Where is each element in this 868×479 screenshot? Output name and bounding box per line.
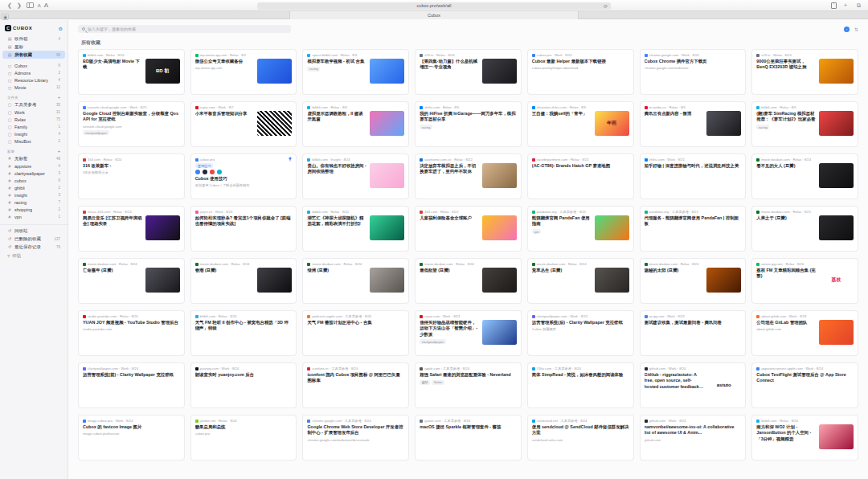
bookmark-card[interactable]: yuanjoy.com · Work · 8/24朗读室实时 yuanjoy.c…	[190, 362, 297, 408]
sidebar-folder-2[interactable]: ▢Relax75	[2, 116, 65, 123]
bookmark-card[interactable]: wj.qq.com · Work · 8/23测试建议收集，测试最新问卷 - 腾…	[640, 310, 747, 356]
bookmark-card[interactable]: apple.com · 工具类参考 · 8/24超强 Safari 最速的浏览器…	[415, 362, 522, 408]
sidebar-tag-4[interactable]: #ghibli2	[2, 184, 65, 191]
bookmark-card[interactable]: bilibili.com · Relax · 8/24天气 FM 轻听 II 创…	[190, 310, 297, 356]
bookmark-card[interactable]: juejin.cn · Work · 8/23如何轻松实现秒杀? 看完这1个项目…	[190, 206, 297, 252]
sidebar-tag-2[interactable]: #claritywallpaper3	[2, 170, 65, 177]
platform-icon[interactable]	[217, 170, 222, 174]
bookmark-card[interactable]: autohome.com.cn · Relax · 8/22决定放弃车模拟器之后…	[415, 154, 522, 199]
card-tag[interactable]: claritywallpaper	[420, 339, 446, 344]
platform-icon[interactable]	[203, 170, 207, 174]
bookmark-card[interactable]: 163.com · Relax · 8/24316 改装新车 -3年改装数据分享	[78, 154, 185, 199]
bookmark-card[interactable]: movie.douban.com · Relax · 8/24荒草丛生 (豆瓣)	[527, 258, 634, 304]
tab-cubox[interactable]: Cubox	[289, 11, 579, 19]
bookmark-card[interactable]: bilibili.com · Relax · 8/22湖艺汇《神探大侦探随机》精…	[302, 206, 409, 252]
sidebar-tag-3[interactable]: #cubox6	[2, 177, 65, 184]
bookmark-card[interactable]: studio.youtube.com · Relax · 8/24YUAN JO…	[78, 310, 185, 356]
bookmark-card[interactable]: v23.tv · Relax · 8/24【第四集·动力篇】什么是机械增压一·专…	[415, 49, 522, 95]
sidebar-folder-1[interactable]: ▢Work31	[2, 108, 65, 116]
sidebar-group-3[interactable]: ◻Movie12	[2, 84, 65, 91]
bookmark-card[interactable]: movie.douban.com · Relax · 8/24看不见的女人 (豆…	[751, 154, 858, 199]
bookmark-card[interactable]: space.bilibili.com · Relax · 8/3模拟赛车教学视频…	[302, 49, 409, 95]
bookmark-card[interactable]: jandan.net · Relax · 8/24糖果总局和总统cubox.pr…	[190, 415, 297, 461]
bookmark-card[interactable]: bilibili.com · Insight · 8/24贵山。你有钱也不好收拾…	[302, 154, 409, 199]
platform-icon[interactable]	[195, 170, 200, 174]
sidebar-tag-0[interactable]: #无标签48	[2, 154, 65, 162]
bookmark-card[interactable]: movie.douban.com · Relax · 8/24绿洲 (豆瓣)	[302, 258, 409, 304]
sidebar-folder-4[interactable]: ▢Insight4	[2, 130, 65, 137]
card-tag[interactable]: 越狱	[420, 380, 430, 385]
window-overlay-icon[interactable]: ▣	[2, 14, 9, 20]
address-bar[interactable]: cubox.pro/web/all ⟳	[257, 2, 611, 10]
bookmark-card[interactable]: movie.douban.com · Relax · 8/24亡命嘉年 (豆瓣)	[78, 258, 185, 304]
tab-overview-icon[interactable]: ⧉	[854, 2, 863, 9]
bookmark-card[interactable]: m.weibo.cn · Relax · 8/5腾讯云有点新内容 - 微博	[640, 101, 747, 147]
bookmark-card[interactable]: cubox.pro · Work · 8/24Cubox 最新 Helper 最…	[527, 49, 634, 95]
card-tag[interactable]: vpn	[532, 229, 541, 234]
sidebar-group-2[interactable]: ◻Resource Library4	[2, 76, 65, 84]
search-input[interactable]: 输入关键字，搜索你的收藏	[78, 25, 291, 33]
sidebar-folder-0[interactable]: ▢工具类参考35	[2, 100, 65, 108]
sidebar-folder-3[interactable]: ▢Family1	[2, 123, 65, 130]
bookmark-card[interactable]: movie.douban.com · Relax · 8/21人美之于 (豆瓣)	[751, 206, 858, 252]
new-tab-icon[interactable]: +	[841, 2, 850, 8]
sync-button[interactable]: ↑	[844, 27, 850, 32]
settings-gear-icon[interactable]: ⚙	[59, 26, 63, 31]
bookmark-card[interactable]: 74hu.com · 工具类参考 · 8/24简体 SimpRead - 简悦，…	[527, 362, 634, 408]
bookmark-card[interactable]: zhihu.com · Work · 8/21知乎好物 | 深度连接物与时代，述…	[640, 154, 747, 199]
card-tag[interactable]: Safari	[432, 380, 444, 385]
bookmark-card[interactable]: guake.com · 工具类参考 · 8/24macOS 捷径 Sparkle…	[415, 415, 522, 461]
bookmark-card[interactable]: github.com · Work · 8/24GitHub - riggraz…	[640, 362, 747, 408]
forward-icon[interactable]: ❯	[14, 2, 24, 9]
text-size-large-icon[interactable]: A	[44, 2, 48, 9]
add-folder-icon[interactable]: +	[58, 95, 60, 100]
bookmark-card[interactable]: zhihu.com · Relax · 8/5我的 HiFive 折腾 InGa…	[415, 101, 522, 147]
card-tag[interactable]: racing	[307, 67, 320, 72]
card-tag[interactable]: racing	[420, 125, 432, 129]
bookmark-card[interactable]: bilibili.com · Relax · 8/5(翻)赛车 SimRacin…	[751, 101, 858, 147]
card-tag[interactable]: claritywallpaper	[83, 130, 109, 135]
sidebar-tag-5[interactable]: #insight3	[2, 191, 65, 199]
sidebar-bottom-2[interactable]: ↺最近保存记录76	[2, 243, 65, 251]
bookmark-card[interactable]: sspai.com · Work · 8/23值得买好物品战绩智能硬件，运动下方…	[415, 310, 522, 356]
sidebar-tag-7[interactable]: #shopping2	[2, 206, 65, 213]
back-icon[interactable]: ❮	[5, 2, 14, 9]
bookmark-card[interactable]: about.gitlab.com · Work · 8/23公司现在 GitLa…	[751, 310, 858, 356]
bookmark-card[interactable]: movie.douban.com · Relax · 8/24隐秘的太阳 (豆瓣…	[640, 258, 747, 304]
bookmark-card[interactable]: chrome.google.com · Work · 8/24Cubox Chr…	[640, 49, 747, 95]
sort-icon[interactable]: ⇅	[854, 27, 858, 32]
sidebar-tag-8[interactable]: #vpn1	[2, 213, 65, 220]
bookmark-card[interactable]: weixin.qq.com · Relax · 8/24荔枝 FM 文章精彩回顾…	[751, 258, 858, 304]
text-size-small-icon[interactable]: A	[38, 3, 41, 8]
bookmark-card[interactable]: movie.douban.com · Relax · 8/24春潮 (豆瓣)	[190, 258, 297, 304]
bookmark-card[interactable]: bilibili.com · Relax · 8/24南方和深 WO2 计划 -…	[751, 415, 858, 461]
share-icon[interactable]	[831, 2, 837, 9]
bookmark-card[interactable]: iconfont.cn · 工具类参考 · 8/24iconfont 国内 Cu…	[302, 362, 409, 408]
sidebar-folder-5[interactable]: ▢MiscBox2	[2, 137, 65, 145]
bookmark-card[interactable]: pandafan.org · 工具类参考 · 8/21代理服务 - 熊猫翻滚官网…	[640, 206, 747, 252]
reload-icon[interactable]: ⟳	[604, 3, 608, 9]
bookmark-card[interactable]: console.cloud.google.com · Work · 8/21Go…	[78, 101, 185, 147]
sidebar-tag-6[interactable]: #racing7	[2, 199, 65, 206]
bookmark-card[interactable]: racedepartment.com · Relax · 8/21(AC-GT8…	[527, 154, 634, 199]
card-tag[interactable]: racing	[756, 125, 769, 129]
bookmark-card[interactable]: music.163.com · Relax · 8/24网易云音乐 [江苏卫视跨…	[78, 206, 185, 252]
sidebar-bottom-0[interactable]: ↺回收站	[2, 227, 65, 235]
help-item[interactable]: ? 帮助	[0, 251, 68, 259]
add-tag-icon[interactable]: +	[58, 149, 60, 154]
sidebar-item-0[interactable]: ▤收件箱4	[2, 35, 65, 43]
sidebar-toggle-icon[interactable]	[27, 2, 34, 8]
platform-icon[interactable]	[210, 170, 215, 174]
bookmark-card[interactable]: chrome.google.com · 工具类参考 · 8/24Google C…	[302, 415, 409, 461]
sidebar-item-1[interactable]: ▤星标	[2, 43, 65, 51]
bookmark-card[interactable]: github.com · Work · 8/24namvonbei/awesom…	[640, 415, 747, 461]
sidebar-tag-1[interactable]: #appstore4	[2, 162, 65, 170]
sidebar-item-2[interactable]: ▤所有收藏98	[2, 51, 65, 59]
bookmark-card[interactable]: claritywallpaper.com · Work · 8/24运营管理系统…	[78, 362, 185, 408]
bookmark-card[interactable]: pandafan.org · 工具类参考 · 8/21熊猫翻滚官网 PandaF…	[527, 206, 634, 252]
bookmark-card[interactable]: 163.com · Relax · 8/22儿童福利保险基金全球账户	[415, 206, 522, 252]
bookmark-card[interactable]: mp.weixin.qq.com · Relax · 8/1微信公众号文章收藏备…	[190, 49, 297, 95]
sidebar-group-0[interactable]: ◻Cubox6	[2, 62, 65, 69]
bookmark-card[interactable]: movie.douban.com · Relax · 8/24最低欲望 (豆瓣)	[415, 258, 522, 304]
sidebar-group-1[interactable]: ◻Admons2	[2, 69, 65, 76]
